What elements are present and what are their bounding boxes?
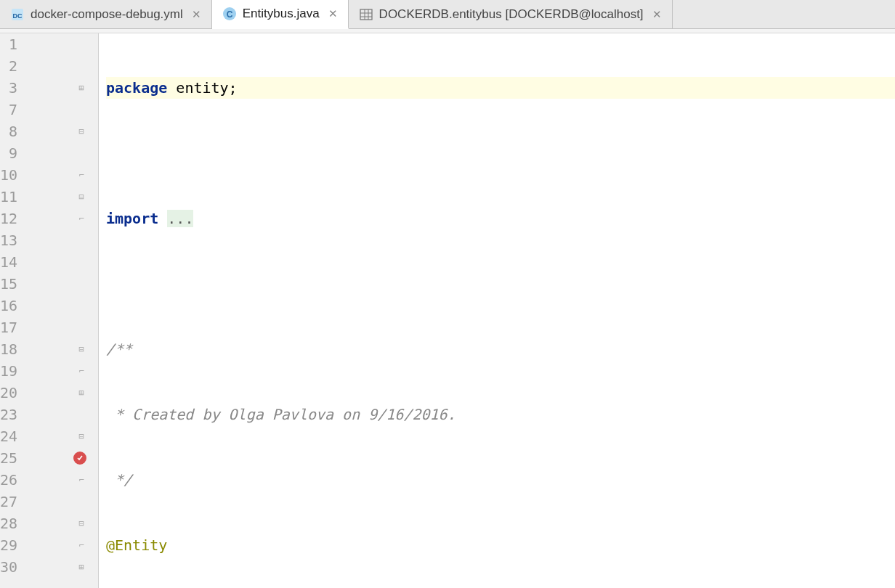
code-line: package entity; xyxy=(106,77,895,99)
code-line: @Entity xyxy=(106,534,895,556)
line-number: 17 xyxy=(0,317,23,338)
line-number: 24 xyxy=(0,425,23,447)
line-number: 10 xyxy=(0,164,23,186)
fold-end-icon[interactable]: ⌐ xyxy=(76,540,86,550)
line-number: 26 xyxy=(0,469,23,491)
line-number: 25 xyxy=(0,447,23,469)
line-number: 7 xyxy=(0,99,23,121)
line-number: 13 xyxy=(0,229,23,251)
tab-dockerdb-entitybus[interactable]: DOCKERDB.entitybus [DOCKERDB@localhost] … xyxy=(349,0,673,28)
line-number: 27 xyxy=(0,491,23,513)
fold-collapse-icon[interactable]: ⊟ xyxy=(76,431,86,441)
svg-text:C: C xyxy=(226,9,232,20)
tab-bar: DC docker-compose-debug.yml ✕ C Entitybu… xyxy=(0,0,895,29)
fold-end-icon[interactable]: ⌐ xyxy=(76,366,86,376)
code-area[interactable]: package entity; import ... /** * Created… xyxy=(99,33,895,588)
code-editor[interactable]: 1 2 3⊞ 7 8⊟ 9 10⌐ 11⊟ 12⌐ 13 14 15 16 17… xyxy=(0,33,895,588)
line-number: 12 xyxy=(0,208,23,229)
docker-compose-icon: DC xyxy=(10,7,25,22)
breakpoint-icon[interactable] xyxy=(73,452,86,465)
fold-expand-icon[interactable]: ⊞ xyxy=(76,388,86,398)
close-icon[interactable]: ✕ xyxy=(325,7,338,20)
tab-label: Entitybus.java xyxy=(243,7,320,21)
line-number: 28 xyxy=(0,513,23,534)
line-number: 1 xyxy=(0,33,23,55)
tab-label: docker-compose-debug.yml xyxy=(31,7,183,22)
line-number: 3 xyxy=(0,77,23,99)
close-icon[interactable]: ✕ xyxy=(189,8,201,21)
java-class-icon: C xyxy=(222,7,237,21)
code-line: /** xyxy=(106,338,895,360)
fold-collapse-icon[interactable]: ⊟ xyxy=(76,518,86,528)
fold-collapse-icon[interactable]: ⊟ xyxy=(76,344,86,354)
code-line xyxy=(106,273,895,295)
line-number: 29 xyxy=(0,534,23,556)
code-line xyxy=(106,142,895,164)
fold-end-icon[interactable]: ⌐ xyxy=(76,170,86,180)
gutter[interactable]: 1 2 3⊞ 7 8⊟ 9 10⌐ 11⊟ 12⌐ 13 14 15 16 17… xyxy=(0,33,99,588)
table-icon xyxy=(359,7,373,22)
fold-expand-icon[interactable]: ⊞ xyxy=(76,83,86,93)
line-number: 30 xyxy=(0,556,23,578)
svg-rect-4 xyxy=(360,9,372,20)
line-number: 19 xyxy=(0,360,23,382)
line-number: 23 xyxy=(0,404,23,425)
svg-text:DC: DC xyxy=(13,12,23,20)
line-number: 16 xyxy=(0,295,23,317)
code-line: */ xyxy=(106,469,895,491)
fold-collapse-icon[interactable]: ⊟ xyxy=(76,192,86,202)
fold-end-icon[interactable]: ⌐ xyxy=(76,475,86,485)
line-number: 15 xyxy=(0,273,23,295)
line-number: 14 xyxy=(0,251,23,273)
fold-expand-icon[interactable]: ⊞ xyxy=(76,562,86,572)
line-number: 11 xyxy=(0,186,23,208)
line-number: 9 xyxy=(0,142,23,164)
close-icon[interactable]: ✕ xyxy=(649,8,662,21)
fold-collapse-icon[interactable]: ⊟ xyxy=(76,126,86,136)
line-number: 2 xyxy=(0,55,23,77)
line-number: 8 xyxy=(0,121,23,142)
tab-entitybus-java[interactable]: C Entitybus.java ✕ xyxy=(212,0,349,29)
code-line: import ... xyxy=(106,208,895,229)
line-number: 18 xyxy=(0,338,23,360)
tab-docker-compose[interactable]: DC docker-compose-debug.yml ✕ xyxy=(0,0,212,28)
line-number: 20 xyxy=(0,382,23,404)
fold-end-icon[interactable]: ⌐ xyxy=(76,213,86,224)
code-line: * Created by Olga Pavlova on 9/16/2016. xyxy=(106,404,895,425)
tab-label: DOCKERDB.entitybus [DOCKERDB@localhost] xyxy=(379,7,644,22)
